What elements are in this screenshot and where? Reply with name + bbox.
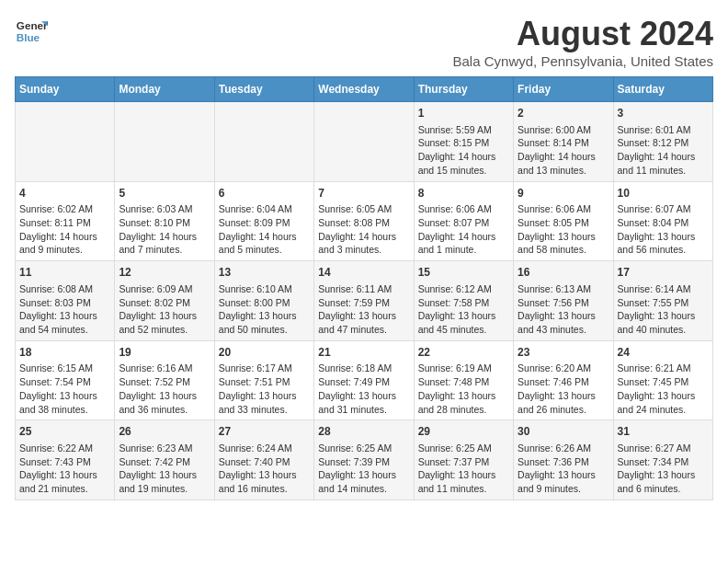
- day-number: 11: [19, 265, 110, 281]
- calendar-cell: 16Sunrise: 6:13 AMSunset: 7:56 PMDayligh…: [514, 261, 613, 341]
- cell-text: Sunset: 8:15 PM: [418, 136, 509, 150]
- cell-text: Sunset: 8:03 PM: [19, 296, 110, 310]
- cell-text: and 6 minutes.: [618, 482, 709, 496]
- cell-text: Sunrise: 6:09 AM: [119, 282, 210, 296]
- cell-text: Sunset: 8:12 PM: [618, 136, 709, 150]
- cell-text: and 9 minutes.: [19, 243, 110, 257]
- calendar-cell: 31Sunrise: 6:27 AMSunset: 7:34 PMDayligh…: [613, 420, 712, 500]
- cell-text: Sunrise: 6:00 AM: [518, 123, 609, 137]
- cell-text: and 47 minutes.: [318, 323, 409, 337]
- day-number: 30: [518, 424, 609, 440]
- day-number: 13: [219, 265, 310, 281]
- calendar-cell: 14Sunrise: 6:11 AMSunset: 7:59 PMDayligh…: [314, 261, 414, 341]
- calendar-cell: 9Sunrise: 6:06 AMSunset: 8:05 PMDaylight…: [514, 181, 613, 261]
- cell-text: Sunset: 7:46 PM: [518, 375, 609, 389]
- calendar-cell: 24Sunrise: 6:21 AMSunset: 7:45 PMDayligh…: [613, 340, 712, 420]
- cell-text: Sunrise: 6:24 AM: [219, 442, 310, 455]
- cell-text: Daylight: 13 hours: [318, 468, 409, 482]
- calendar-cell: [314, 102, 414, 182]
- cell-text: Daylight: 13 hours: [318, 389, 409, 403]
- cell-text: and 31 minutes.: [318, 403, 409, 417]
- calendar-cell: 5Sunrise: 6:03 AMSunset: 8:10 PMDaylight…: [115, 181, 214, 261]
- cell-text: Sunrise: 6:06 AM: [518, 202, 609, 216]
- day-number: 2: [518, 106, 609, 121]
- cell-text: Sunrise: 6:06 AM: [418, 202, 509, 216]
- calendar-cell: 11Sunrise: 6:08 AMSunset: 8:03 PMDayligh…: [16, 261, 115, 341]
- day-number: 18: [19, 345, 110, 361]
- calendar-cell: 6Sunrise: 6:04 AMSunset: 8:09 PMDaylight…: [214, 181, 313, 261]
- cell-text: and 28 minutes.: [418, 403, 509, 417]
- cell-text: and 11 minutes.: [618, 164, 709, 178]
- calendar-cell: 28Sunrise: 6:25 AMSunset: 7:39 PMDayligh…: [314, 420, 414, 500]
- cell-text: Sunrise: 6:05 AM: [318, 202, 409, 216]
- day-number: 15: [418, 265, 509, 281]
- cell-text: and 24 minutes.: [618, 403, 709, 417]
- cell-text: Daylight: 13 hours: [418, 468, 509, 482]
- cell-text: Daylight: 14 hours: [219, 230, 310, 244]
- cell-text: and 38 minutes.: [19, 403, 110, 417]
- cell-text: Sunrise: 6:25 AM: [318, 442, 409, 455]
- calendar-cell: [214, 102, 313, 182]
- weekday-header: Sunday: [16, 77, 115, 102]
- calendar-cell: 10Sunrise: 6:07 AMSunset: 8:04 PMDayligh…: [613, 181, 712, 261]
- cell-text: Daylight: 14 hours: [418, 230, 509, 244]
- calendar-cell: 29Sunrise: 6:25 AMSunset: 7:37 PMDayligh…: [414, 420, 513, 500]
- svg-text:Blue: Blue: [17, 31, 40, 43]
- day-number: 19: [119, 345, 210, 361]
- calendar-cell: 3Sunrise: 6:01 AMSunset: 8:12 PMDaylight…: [613, 102, 712, 182]
- calendar-cell: 25Sunrise: 6:22 AMSunset: 7:43 PMDayligh…: [16, 420, 115, 500]
- day-number: 25: [19, 424, 110, 440]
- weekday-header: Thursday: [414, 77, 513, 102]
- calendar-week-row: 25Sunrise: 6:22 AMSunset: 7:43 PMDayligh…: [16, 420, 713, 500]
- cell-text: Sunrise: 6:18 AM: [318, 362, 409, 375]
- cell-text: and 43 minutes.: [518, 323, 609, 337]
- cell-text: and 36 minutes.: [119, 403, 210, 417]
- cell-text: and 16 minutes.: [219, 482, 310, 496]
- cell-text: Sunset: 8:02 PM: [119, 296, 210, 310]
- cell-text: Sunset: 7:59 PM: [318, 296, 409, 310]
- day-number: 3: [618, 106, 709, 121]
- cell-text: Sunset: 7:51 PM: [219, 375, 310, 389]
- day-number: 28: [318, 424, 409, 440]
- cell-text: Sunset: 8:00 PM: [219, 296, 310, 310]
- cell-text: Sunrise: 6:10 AM: [219, 282, 310, 296]
- cell-text: Daylight: 14 hours: [418, 150, 509, 164]
- cell-text: Daylight: 13 hours: [518, 468, 609, 482]
- cell-text: Sunrise: 5:59 AM: [418, 123, 509, 137]
- cell-text: Daylight: 13 hours: [418, 389, 509, 403]
- cell-text: Sunset: 7:48 PM: [418, 375, 509, 389]
- cell-text: and 1 minute.: [418, 243, 509, 257]
- cell-text: Sunset: 8:10 PM: [119, 216, 210, 230]
- cell-text: and 50 minutes.: [219, 323, 310, 337]
- cell-text: Sunset: 7:34 PM: [618, 455, 709, 469]
- cell-text: Daylight: 13 hours: [19, 468, 110, 482]
- calendar-cell: 18Sunrise: 6:15 AMSunset: 7:54 PMDayligh…: [16, 340, 115, 420]
- cell-text: Daylight: 14 hours: [618, 150, 709, 164]
- cell-text: Sunset: 7:45 PM: [618, 375, 709, 389]
- calendar-cell: 4Sunrise: 6:02 AMSunset: 8:11 PMDaylight…: [16, 181, 115, 261]
- cell-text: and 58 minutes.: [518, 243, 609, 257]
- calendar-cell: 27Sunrise: 6:24 AMSunset: 7:40 PMDayligh…: [214, 420, 313, 500]
- cell-text: Daylight: 13 hours: [418, 309, 509, 323]
- day-number: 27: [219, 424, 310, 440]
- calendar-cell: 19Sunrise: 6:16 AMSunset: 7:52 PMDayligh…: [115, 340, 214, 420]
- cell-text: Sunrise: 6:04 AM: [219, 202, 310, 216]
- cell-text: Sunrise: 6:07 AM: [618, 202, 709, 216]
- subtitle: Bala Cynwyd, Pennsylvania, United States: [453, 53, 713, 69]
- weekday-header: Tuesday: [214, 77, 313, 102]
- cell-text: Daylight: 13 hours: [19, 389, 110, 403]
- day-number: 23: [518, 345, 609, 361]
- calendar-cell: 8Sunrise: 6:06 AMSunset: 8:07 PMDaylight…: [414, 181, 513, 261]
- day-number: 20: [219, 345, 310, 361]
- day-number: 31: [618, 424, 709, 440]
- calendar-cell: 2Sunrise: 6:00 AMSunset: 8:14 PMDaylight…: [514, 102, 613, 182]
- weekday-header: Wednesday: [314, 77, 414, 102]
- cell-text: Daylight: 13 hours: [119, 468, 210, 482]
- cell-text: Daylight: 13 hours: [618, 309, 709, 323]
- cell-text: and 19 minutes.: [119, 482, 210, 496]
- weekday-header: Monday: [115, 77, 214, 102]
- calendar-cell: 21Sunrise: 6:18 AMSunset: 7:49 PMDayligh…: [314, 340, 414, 420]
- cell-text: Sunset: 8:05 PM: [518, 216, 609, 230]
- svg-text:General: General: [17, 19, 48, 31]
- day-number: 24: [618, 345, 709, 361]
